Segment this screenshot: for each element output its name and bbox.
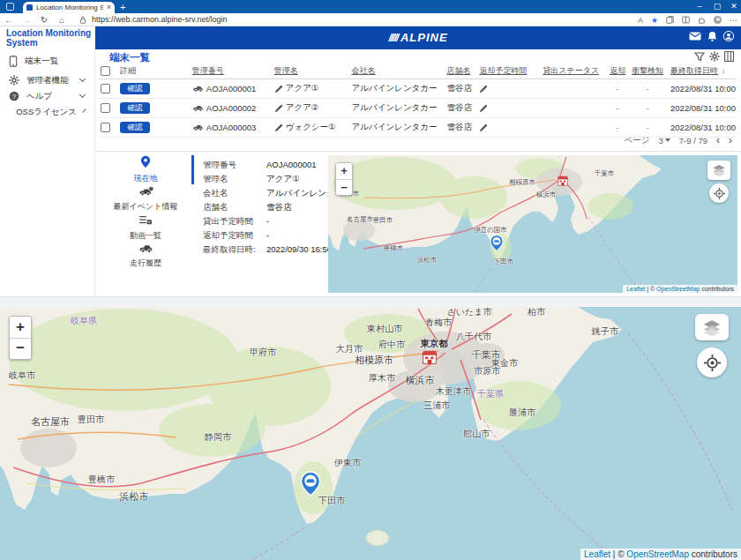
vehicle-pin-marker[interactable] [301, 471, 321, 500]
window-close-button[interactable]: ✕ [728, 1, 740, 12]
favorites-star-icon[interactable]: ★ [651, 16, 658, 25]
detail-field: 返却予定時間- [203, 230, 269, 242]
notification-bell-icon[interactable] [707, 31, 717, 41]
store-marker[interactable] [422, 350, 438, 369]
window-minimize-button[interactable]: – [693, 1, 706, 12]
sidebar-item-oss-license[interactable]: OSSライセンス [0, 104, 95, 120]
row-checkbox[interactable] [101, 123, 110, 132]
osm-link[interactable]: OpenStreetMap [656, 286, 700, 292]
store-marker[interactable] [558, 174, 569, 190]
column-header[interactable]: 管理番号 [192, 65, 224, 77]
tab-latest-events[interactable]: ! 最新イベント情報 [99, 184, 192, 213]
refresh-icon[interactable]: ↻ [35, 15, 53, 25]
select-all-checkbox[interactable] [101, 66, 110, 76]
page-select[interactable]: 3 [658, 136, 670, 146]
page-label: ページ [625, 135, 650, 146]
browser-tab[interactable]: Location Monitoring System × [23, 2, 115, 13]
map-attribution: Leaflet | © OpenStreetMap contributors [580, 549, 741, 560]
chevron-down-icon [79, 76, 86, 82]
layers-button[interactable] [695, 314, 729, 340]
account-icon[interactable] [723, 31, 734, 41]
last-acquired-time: 2022/08/31 10:00 [670, 84, 736, 93]
locate-button[interactable] [709, 183, 729, 203]
layers-button[interactable] [707, 161, 730, 180]
column-header[interactable]: 最終取得日時 [670, 65, 718, 77]
device-name: アクア① [286, 83, 319, 94]
edit-pencil-icon[interactable] [274, 85, 283, 93]
edit-return-time-icon[interactable] [479, 123, 488, 132]
edit-return-time-icon[interactable] [479, 85, 488, 93]
columns-icon[interactable] [724, 51, 734, 62]
mini-map[interactable]: 岐阜市名古屋市豊田市豊橋市浜松市相模原市横浜市千葉市伊豆の国市下田市 + − L… [328, 155, 737, 293]
edit-pencil-icon[interactable] [274, 123, 283, 132]
filter-icon[interactable] [694, 51, 705, 62]
forward-icon[interactable]: → [18, 15, 35, 25]
tab-drive-history[interactable]: 走行履歴 [99, 241, 192, 269]
column-header[interactable]: 貸出ステータス [543, 65, 599, 77]
tab-video-list[interactable]: 動画一覧 [99, 213, 192, 242]
tab-close-icon[interactable]: × [107, 4, 111, 11]
tab-current-location[interactable]: 現在地 [99, 155, 192, 184]
new-tab-button[interactable]: + [120, 2, 125, 12]
zoom-in-button[interactable]: + [336, 163, 352, 179]
column-header[interactable]: 会社名 [352, 65, 376, 77]
next-page-icon[interactable]: › [729, 134, 732, 146]
smartphone-icon [9, 56, 18, 67]
column-header[interactable]: 返却 [610, 65, 625, 77]
main-map[interactable]: 岐阜県岐阜市名古屋市豊田市豊橋市浜松市静岡市甲府市大月市青梅市さいたま市柏市東村… [0, 307, 741, 560]
prev-page-icon[interactable]: ‹ [716, 134, 720, 146]
device-table: 詳細 管理番号 管理名 会社名 店舗名 返却予定時間 貸出ステータス 返却 衝撃… [99, 63, 736, 138]
row-checkbox[interactable] [101, 84, 110, 93]
edit-return-time-icon[interactable] [479, 104, 488, 113]
confirm-button[interactable]: 確認 [120, 83, 150, 94]
edit-pencil-icon[interactable] [274, 104, 283, 113]
back-icon[interactable]: ← [0, 15, 18, 25]
zoom-in-button[interactable]: + [10, 317, 31, 338]
tab-workspaces-icon[interactable] [6, 3, 14, 11]
locate-icon [704, 355, 721, 371]
column-header: 詳細 [120, 65, 136, 77]
help-icon: ? [9, 91, 19, 101]
confirm-button[interactable]: 確認 [120, 122, 150, 133]
zoom-out-button[interactable]: − [336, 179, 352, 195]
mail-icon[interactable] [689, 32, 701, 41]
osm-link[interactable]: OpenStreetMap [626, 549, 689, 559]
confirm-button[interactable]: 確認 [120, 102, 150, 114]
sidebar-item-label: 管理者機能 [26, 75, 73, 86]
column-header[interactable]: 店舗名 [446, 65, 470, 77]
map-attribution: Leaflet | © OpenStreetMap contributors [623, 285, 737, 293]
vehicle-pin-marker[interactable] [490, 235, 504, 255]
row-checkbox[interactable] [101, 103, 110, 113]
sort-desc-icon[interactable]: ↓ [722, 67, 725, 75]
column-header[interactable]: 管理名 [274, 65, 298, 77]
leaflet-link[interactable]: Leaflet [626, 286, 645, 292]
column-header[interactable]: 返却予定時間 [479, 65, 527, 77]
car-icon [192, 104, 204, 112]
last-acquired-time: 2022/08/31 10:00 [670, 123, 736, 132]
tab-label: 現在地 [99, 173, 192, 184]
settings-gear-icon[interactable] [709, 51, 720, 62]
sidebar-item-admin[interactable]: 管理者機能 [0, 72, 95, 88]
locate-button[interactable] [697, 347, 727, 377]
urlbar-actions: A ★ ⋯ [638, 13, 737, 26]
window-maximize-button[interactable]: ▢ [711, 1, 723, 12]
detail-field: 管理番号AOJA000001 [203, 160, 317, 171]
column-header[interactable]: 衝撃検知 [632, 65, 663, 77]
sidebar-item-device-list[interactable]: 端末一覧 [0, 53, 95, 69]
split-screen-icon[interactable] [682, 16, 690, 24]
browser-more-menu-icon[interactable]: ⋯ [730, 16, 737, 25]
url-text[interactable]: https://web.carmon.alpine-srv.net/login [92, 15, 227, 24]
page-gap [0, 296, 741, 307]
home-icon[interactable]: ⌂ [53, 15, 71, 25]
shock-value: - [646, 84, 648, 93]
chevron-down-icon [79, 92, 86, 98]
site-security-lock-icon[interactable] [79, 16, 86, 24]
gear-icon [9, 75, 19, 86]
read-aloud-icon[interactable]: A [638, 16, 643, 25]
profile-avatar[interactable] [714, 16, 722, 24]
sidebar-item-help[interactable]: ? ヘルプ [0, 88, 95, 104]
zoom-out-button[interactable]: − [10, 338, 31, 359]
extensions-icon[interactable] [698, 16, 706, 24]
leaflet-link[interactable]: Leaflet [584, 549, 610, 559]
collections-icon[interactable] [666, 16, 674, 24]
